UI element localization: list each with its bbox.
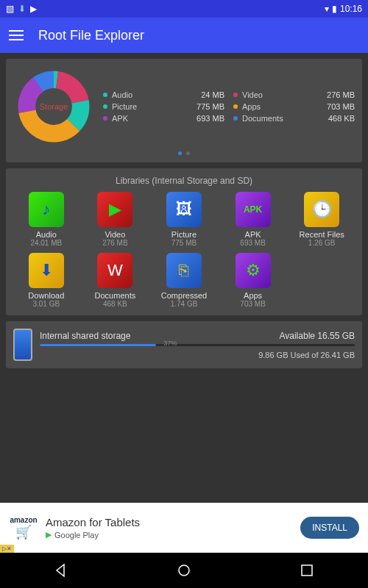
home-button[interactable] bbox=[175, 562, 193, 579]
donut-center-label: Storage bbox=[40, 102, 68, 111]
internal-storage-card[interactable]: Internal shared storage Available 16.55 … bbox=[6, 321, 362, 368]
legend-item-apps: Apps703 MB bbox=[233, 102, 355, 111]
install-button[interactable]: INSTALL bbox=[300, 517, 359, 539]
status-bar: ▧ ⬇ ▶ ▾ ▮ 10:16 bbox=[0, 0, 368, 18]
legend-item-apk: APK693 MB bbox=[103, 114, 224, 123]
storage-summary-card[interactable]: Storage Audio24 MBVideo276 MBPicture775 … bbox=[6, 59, 362, 162]
ad-subtitle: ▶ Google Play bbox=[46, 530, 293, 539]
library-download[interactable]: ⬇Download3.01 GB bbox=[13, 253, 79, 308]
ad-logo: amazon 🛒 bbox=[9, 513, 38, 542]
phone-icon bbox=[13, 329, 32, 361]
back-button[interactable] bbox=[52, 562, 70, 579]
svg-rect-7 bbox=[302, 565, 312, 576]
wifi-icon: ▾ bbox=[325, 4, 329, 14]
ad-banner[interactable]: amazon 🛒 Amazon for Tablets ▶ Google Pla… bbox=[0, 503, 368, 553]
libraries-card: Libraries (Internal Storage and SD) ♪Aud… bbox=[6, 168, 362, 315]
library-recent-files[interactable]: 🕒Recent Files1.26 GB bbox=[289, 192, 355, 247]
play-store-icon: ▶ bbox=[46, 530, 52, 539]
clock: 10:16 bbox=[340, 4, 362, 14]
internal-available: Available 16.55 GB bbox=[279, 331, 355, 341]
library-video[interactable]: ▶Video276 MB bbox=[82, 192, 149, 247]
storage-legend: Audio24 MBVideo276 MBPicture775 MBApps70… bbox=[103, 90, 355, 123]
legend-item-picture: Picture775 MB bbox=[103, 102, 224, 111]
internal-used: 9.86 GB Used of 26.41 GB bbox=[40, 351, 355, 359]
progress-percent: 37% bbox=[163, 340, 177, 347]
library-documents[interactable]: WDocuments468 KB bbox=[82, 253, 149, 308]
libraries-title: Libraries (Internal Storage and SD) bbox=[13, 176, 355, 186]
ad-title: Amazon for Tablets bbox=[46, 516, 293, 528]
internal-name: Internal shared storage bbox=[40, 331, 130, 341]
legend-item-documents: Documents468 KB bbox=[233, 114, 355, 123]
svg-point-6 bbox=[179, 565, 189, 576]
library-audio[interactable]: ♪Audio24.01 MB bbox=[13, 192, 79, 247]
storage-donut: Storage bbox=[13, 66, 94, 147]
gallery-icon: ▧ bbox=[6, 4, 14, 14]
battery-icon: ▮ bbox=[332, 4, 337, 14]
library-picture[interactable]: 🖼Picture775 MB bbox=[151, 192, 217, 247]
library-apk[interactable]: APKAPK693 MB bbox=[220, 192, 286, 247]
play-icon: ▶ bbox=[30, 4, 37, 14]
storage-progress: 37% bbox=[40, 344, 355, 346]
download-icon: ⬇ bbox=[18, 4, 26, 14]
menu-button[interactable] bbox=[9, 30, 24, 40]
page-indicator bbox=[13, 151, 355, 155]
ad-badge[interactable]: ▷✕ bbox=[0, 545, 14, 553]
nav-bar bbox=[0, 553, 368, 588]
app-title: Root File Explorer bbox=[38, 28, 144, 43]
legend-item-video: Video276 MB bbox=[233, 90, 355, 99]
app-bar: Root File Explorer bbox=[0, 18, 368, 53]
legend-item-audio: Audio24 MB bbox=[103, 90, 224, 99]
library-apps[interactable]: ⚙Apps703 MB bbox=[220, 253, 286, 308]
recent-button[interactable] bbox=[298, 562, 316, 579]
library-compressed[interactable]: ⎘Compressed1.74 GB bbox=[151, 253, 217, 308]
